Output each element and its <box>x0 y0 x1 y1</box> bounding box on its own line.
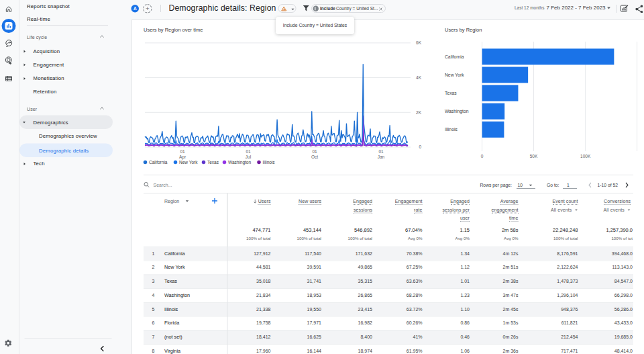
svg-text:California: California <box>149 160 168 165</box>
svg-text:Oct: Oct <box>311 154 318 159</box>
svg-text:01: 01 <box>312 149 317 154</box>
svg-text:Washington: Washington <box>228 160 251 165</box>
svg-text:Jan: Jan <box>378 154 385 159</box>
svg-text:New York: New York <box>445 73 464 77</box>
svg-text:50K: 50K <box>530 154 538 159</box>
svg-text:0: 0 <box>419 144 421 149</box>
svg-text:Illinois: Illinois <box>445 127 458 132</box>
svg-text:01: 01 <box>378 149 384 154</box>
svg-text:4K: 4K <box>416 75 422 80</box>
svg-text:01: 01 <box>180 149 185 154</box>
svg-text:Texas: Texas <box>445 91 457 95</box>
svg-text:Jul: Jul <box>246 154 252 159</box>
svg-text:California: California <box>445 54 464 59</box>
svg-text:New York: New York <box>179 160 198 165</box>
svg-text:2K: 2K <box>416 110 422 115</box>
svg-text:Washington: Washington <box>445 109 469 114</box>
svg-text:6K: 6K <box>416 40 422 45</box>
svg-text:100K: 100K <box>580 154 591 159</box>
svg-text:Texas: Texas <box>207 160 219 165</box>
svg-text:Illinois: Illinois <box>263 160 276 165</box>
svg-text:Apr: Apr <box>179 154 186 160</box>
svg-text:01: 01 <box>246 149 251 154</box>
svg-text:0: 0 <box>481 154 484 159</box>
